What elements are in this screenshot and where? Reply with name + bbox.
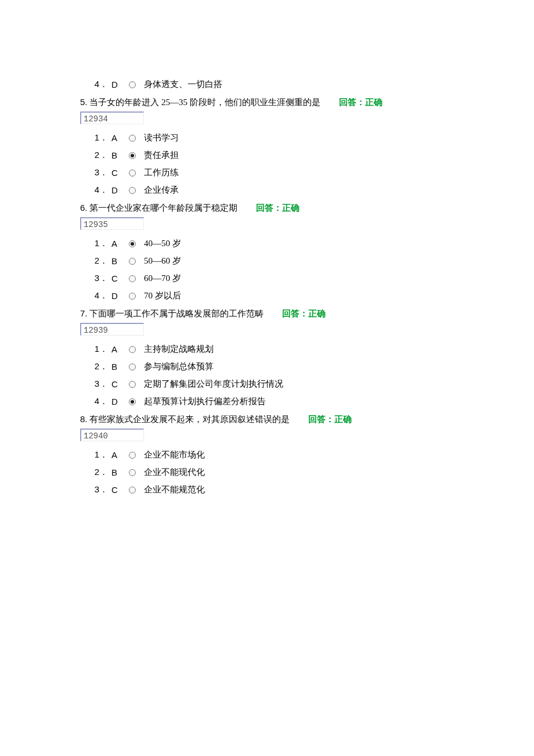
option-letter: C [108, 485, 128, 495]
radio-icon[interactable] [129, 152, 136, 159]
radio-icon[interactable] [129, 135, 136, 142]
option-row: 3． C 60—70 岁 [94, 273, 534, 284]
question-7: 7. 下面哪一项工作不属于战略发展部的工作范畴 回答：正确 [80, 308, 534, 319]
option-row: 3． C 定期了解集团公司年度计划执行情况 [94, 379, 534, 390]
option-letter: C [108, 273, 128, 283]
question-6: 6. 第一代企业家在哪个年龄段属于稳定期 回答：正确 [80, 203, 534, 214]
option-letter: A [108, 133, 128, 143]
option-letter: B [108, 467, 128, 477]
option-row: 4． D 企业传承 [94, 185, 534, 196]
answer-feedback: 回答：正确 [282, 309, 326, 318]
option-text: 企业不能市场化 [144, 449, 205, 460]
option-number: 3． [94, 484, 108, 495]
question-5: 5. 当子女的年龄进入 25—35 阶段时，他们的职业生涯侧重的是 回答：正确 [80, 97, 534, 108]
radio-icon[interactable] [129, 258, 136, 265]
question-id-field[interactable]: 12935 [80, 217, 144, 230]
option-letter: C [108, 168, 128, 178]
option-number: 4． [94, 185, 108, 196]
option-text: 主持制定战略规划 [144, 344, 214, 355]
option-letter: D [108, 397, 128, 406]
option-letter: D [108, 185, 128, 195]
option-text: 40—50 岁 [144, 238, 181, 249]
answer-feedback: 回答：正确 [308, 415, 352, 424]
option-text: 定期了解集团公司年度计划执行情况 [144, 379, 283, 390]
option-row: 4． D 70 岁以后 [94, 290, 534, 301]
option-number: 2． [94, 255, 108, 267]
question-id-field[interactable]: 12934 [80, 111, 144, 124]
option-text: 工作历练 [144, 167, 179, 178]
option-number: 1． [94, 238, 108, 249]
option-letter: A [108, 450, 128, 460]
option-row: 2． B 50—60 岁 [94, 255, 534, 267]
option-row: 2． B 责任承担 [94, 150, 534, 161]
exam-page: 4． D 身体透支、一切白搭 5. 当子女的年龄进入 25—35 阶段时，他们的… [0, 0, 534, 756]
option-letter: C [108, 379, 128, 389]
radio-icon[interactable] [129, 381, 136, 388]
option-number: 4． [94, 79, 108, 90]
option-text: 身体透支、一切白搭 [144, 79, 222, 90]
radio-icon[interactable] [129, 469, 136, 476]
radio-icon[interactable] [129, 398, 136, 405]
option-letter: B [108, 256, 128, 266]
radio-icon[interactable] [129, 240, 136, 247]
option-row: 4． D 身体透支、一切白搭 [94, 79, 534, 90]
option-text: 70 岁以后 [144, 290, 181, 301]
option-row: 1． A 企业不能市场化 [94, 449, 534, 460]
option-text: 企业不能规范化 [144, 484, 205, 495]
option-text: 起草预算计划执行偏差分析报告 [144, 396, 266, 407]
radio-icon[interactable] [129, 275, 136, 282]
option-number: 2． [94, 361, 108, 372]
option-row: 2． B 参与编制总体预算 [94, 361, 534, 372]
question-number: 8. [80, 414, 88, 424]
option-number: 3． [94, 167, 108, 178]
option-number: 2． [94, 467, 108, 478]
option-letter: A [108, 344, 128, 354]
option-letter: B [108, 362, 128, 372]
question-text: 下面哪一项工作不属于战略发展部的工作范畴 [89, 309, 264, 318]
option-row: 1． A 读书学习 [94, 132, 534, 143]
option-text: 读书学习 [144, 132, 179, 143]
question-text: 有些家族式企业发展不起来，对其原因叙述错误的是 [89, 415, 290, 424]
option-letter: A [108, 239, 128, 249]
answer-feedback: 回答：正确 [256, 203, 300, 213]
option-text: 企业不能现代化 [144, 467, 205, 478]
radio-icon[interactable] [129, 487, 136, 494]
radio-icon[interactable] [129, 187, 136, 194]
option-row: 1． A 40—50 岁 [94, 238, 534, 249]
radio-icon[interactable] [129, 363, 136, 370]
option-row: 3． C 企业不能规范化 [94, 484, 534, 495]
option-row: 4． D 起草预算计划执行偏差分析报告 [94, 396, 534, 407]
option-number: 1． [94, 344, 108, 355]
answer-feedback: 回答：正确 [339, 98, 383, 107]
question-number: 5. [80, 97, 88, 107]
question-8: 8. 有些家族式企业发展不起来，对其原因叙述错误的是 回答：正确 [80, 414, 534, 425]
option-number: 4． [94, 290, 108, 301]
radio-icon[interactable] [129, 170, 136, 177]
radio-icon[interactable] [129, 293, 136, 300]
option-number: 4． [94, 396, 108, 407]
question-id-field[interactable]: 12939 [80, 323, 144, 336]
option-number: 3． [94, 273, 108, 284]
option-row: 3． C 工作历练 [94, 167, 534, 178]
option-number: 1． [94, 132, 108, 143]
option-text: 责任承担 [144, 150, 179, 161]
option-number: 3． [94, 379, 108, 390]
option-text: 50—60 岁 [144, 255, 181, 267]
option-number: 2． [94, 150, 108, 161]
question-number: 7. [80, 308, 88, 318]
radio-icon[interactable] [129, 81, 136, 88]
radio-icon[interactable] [129, 346, 136, 353]
option-text: 参与编制总体预算 [144, 361, 214, 372]
radio-icon[interactable] [129, 452, 136, 459]
option-row: 1． A 主持制定战略规划 [94, 344, 534, 355]
option-number: 1． [94, 449, 108, 460]
option-row: 2． B 企业不能现代化 [94, 467, 534, 478]
question-number: 6. [80, 203, 88, 213]
question-id-field[interactable]: 12940 [80, 429, 144, 441]
question-text: 第一代企业家在哪个年龄段属于稳定期 [89, 203, 237, 213]
option-text: 60—70 岁 [144, 273, 181, 284]
question-text: 当子女的年龄进入 25—35 阶段时，他们的职业生涯侧重的是 [89, 98, 320, 107]
option-letter: D [108, 80, 128, 89]
option-letter: D [108, 291, 128, 301]
option-text: 企业传承 [144, 185, 179, 196]
